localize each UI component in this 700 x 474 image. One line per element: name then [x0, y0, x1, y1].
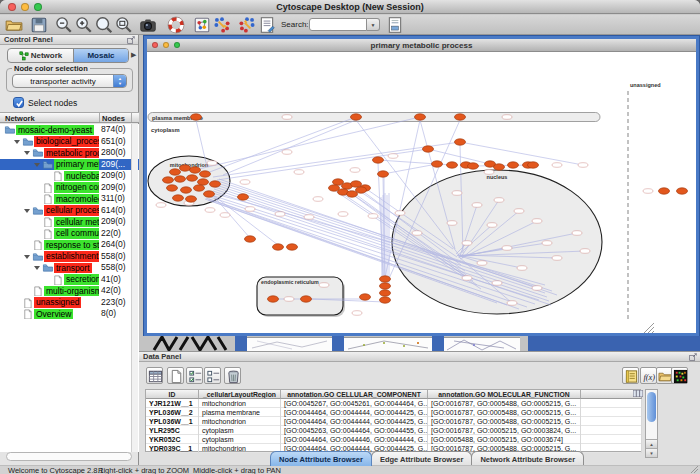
- tree-row-node-count: 614(0): [101, 205, 126, 217]
- float-panel-icon[interactable]: [689, 353, 697, 361]
- tree-vertical-scrollbar[interactable]: [131, 124, 138, 452]
- search-dropdown-button[interactable]: ▼: [367, 18, 380, 31]
- table-cell: [GO:0016787, GO:0005488, GO:0005215, G..…: [428, 408, 581, 417]
- zoom-fit-button[interactable]: [115, 16, 133, 34]
- scroll-up-button[interactable]: ▲: [646, 439, 657, 448]
- tree-row-node-count: 651(0): [101, 136, 126, 148]
- table-column-header[interactable]: ID: [146, 390, 199, 399]
- network-overview-button[interactable]: [193, 16, 211, 34]
- attribute-table-mode-button[interactable]: [146, 367, 163, 384]
- tree-row[interactable]: multi-organism pro42(0): [0, 285, 139, 297]
- tree-row[interactable]: biological_process651(0): [0, 136, 139, 148]
- column-options-icon[interactable]: [633, 390, 643, 397]
- table-row[interactable]: YPL036W__1mitochondrion[GO:0044464, GO:0…: [146, 417, 642, 426]
- tree-row[interactable]: establishment of lo558(0): [0, 251, 139, 263]
- tab-network-label: Network: [31, 51, 63, 60]
- cytoscape-window: Cytoscape Desktop (New Session) Search: …: [0, 0, 700, 474]
- tab-node-attribute-browser[interactable]: Node Attribute Browser: [270, 451, 372, 466]
- table-cell: [581, 444, 642, 453]
- control-panel: Control Panel Network Mosaic ▶ Node colo…: [0, 35, 139, 465]
- tree-row[interactable]: cellular process614(0): [0, 205, 139, 217]
- tab-edge-attribute-browser[interactable]: Edge Attribute Browser: [371, 451, 472, 466]
- search-options-button[interactable]: [386, 16, 404, 34]
- file-icon: [22, 309, 33, 319]
- expand-triangle-icon[interactable]: [24, 151, 30, 155]
- table-row[interactable]: YPL036W__2plasma membrane[GO:0044464, GO…: [146, 408, 642, 417]
- table-column-header[interactable]: _cellularLayoutRegion: [199, 390, 281, 399]
- layout-a-button[interactable]: [213, 16, 231, 34]
- tab-mosaic[interactable]: Mosaic: [74, 49, 128, 62]
- tree-column-nodes: Nodes: [102, 114, 125, 123]
- expand-triangle-icon[interactable]: [34, 163, 40, 167]
- zoom-selected-button[interactable]: [95, 16, 113, 34]
- tree-row-node-count: 223(0): [101, 297, 126, 309]
- window-resize-grip[interactable]: [690, 465, 698, 473]
- delete-attribute-button[interactable]: [224, 367, 241, 384]
- attribute-table[interactable]: ID_cellularLayoutRegionannotation.GO CEL…: [145, 389, 641, 452]
- control-panel-header: Control Panel: [0, 35, 138, 45]
- scrollbar-thumb[interactable]: [647, 392, 656, 422]
- help-button[interactable]: [167, 16, 185, 34]
- table-vertical-scrollbar[interactable]: ▲ ▼: [645, 389, 658, 458]
- tree-row[interactable]: mosaic-demo-yeast874(0): [0, 124, 139, 136]
- expand-triangle-icon[interactable]: [34, 266, 40, 270]
- status-message: Middle-click + drag to PAN: [193, 466, 281, 474]
- snapshot-camera-button[interactable]: [139, 16, 157, 34]
- tree-row[interactable]: nitrogen compou209(0): [0, 182, 139, 194]
- tree-horizontal-scrollbar[interactable]: [6, 452, 132, 461]
- tree-row[interactable]: secretion41(0): [0, 274, 139, 286]
- background-windows-strip[interactable]: [139, 336, 700, 351]
- expand-triangle-icon[interactable]: [14, 140, 20, 144]
- scroll-down-button[interactable]: ▼: [646, 448, 657, 457]
- tree-row[interactable]: macromolecule311(0): [0, 193, 139, 205]
- table-row[interactable]: YJR121W__1mitochondrion[GO:0045267, GO:0…: [146, 399, 642, 408]
- float-panel-icon[interactable]: [127, 36, 135, 44]
- zoom-in-button[interactable]: [75, 16, 93, 34]
- function-builder-button[interactable]: f(x): [640, 367, 657, 384]
- folder-icon: [22, 137, 33, 147]
- expand-triangle-icon[interactable]: [24, 209, 30, 213]
- file-icon: [42, 183, 53, 193]
- attribute-list-button[interactable]: [622, 367, 639, 384]
- table-column-header[interactable]: annotation.GO CELLULAR_COMPONENT: [281, 390, 428, 399]
- table-cell: [581, 408, 642, 417]
- tree-row[interactable]: cell communicati22(0): [0, 228, 139, 240]
- tree-row[interactable]: Overview8(0): [0, 308, 139, 320]
- open-session-button[interactable]: [5, 16, 23, 34]
- table-row[interactable]: YKR052Ccytoplasm[GO:0044464, GO:0044446,…: [146, 435, 642, 444]
- annotation-button[interactable]: [258, 16, 276, 34]
- unselect-attributes-button[interactable]: [204, 367, 221, 384]
- network-tree-header: Network Nodes: [0, 112, 139, 123]
- tree-row[interactable]: nucleobase-cont209(0): [0, 170, 139, 182]
- network-view-window[interactable]: primary metabolic process plasma membran…: [144, 36, 699, 336]
- zoom-out-button[interactable]: [55, 16, 73, 34]
- file-icon: [42, 229, 53, 239]
- select-attributes-button[interactable]: [186, 367, 203, 384]
- tree-row[interactable]: response to stimulu264(0): [0, 239, 139, 251]
- tree-row-node-count: 874(0): [101, 124, 126, 136]
- data-panel-toolbar: f(x): [139, 363, 700, 389]
- layout-b-button[interactable]: [238, 16, 256, 34]
- table-cell: cytoplasm: [199, 435, 281, 444]
- tree-row[interactable]: transport558(0): [0, 262, 139, 274]
- expand-triangle-icon[interactable]: [24, 255, 30, 259]
- table-column-header[interactable]: annotation.GO MOLECULAR_FUNCTION: [428, 390, 581, 399]
- matrix-view-button[interactable]: [671, 367, 688, 384]
- tree-row[interactable]: metabolic process280(0): [0, 147, 139, 159]
- tree-row[interactable]: unassigned223(0): [0, 297, 139, 309]
- new-attribute-button[interactable]: [167, 367, 184, 384]
- tab-overflow-arrow[interactable]: ▶: [131, 51, 136, 59]
- table-row[interactable]: YLR295Ccytoplasm[GO:0045263, GO:0044464,…: [146, 426, 642, 435]
- nucleus-region: nucleus: [392, 170, 602, 314]
- tree-row[interactable]: primary metabolic209(...: [0, 159, 139, 171]
- select-nodes-checkbox[interactable]: [13, 97, 24, 108]
- table-cell: YLR295C: [146, 426, 199, 435]
- tab-network-attribute-browser[interactable]: Network Attribute Browser: [471, 451, 584, 466]
- tab-network[interactable]: Network: [8, 49, 74, 62]
- tree-row[interactable]: cellular metaboli209(0): [0, 216, 139, 228]
- network-view-titlebar[interactable]: primary metabolic process: [147, 39, 696, 52]
- network-canvas[interactable]: plasma membranecytoplasmmitochondrionnuc…: [147, 53, 696, 333]
- save-session-button[interactable]: [30, 16, 48, 34]
- search-input[interactable]: [309, 18, 367, 31]
- node-color-combo[interactable]: transporter activity ▲▼: [12, 74, 127, 88]
